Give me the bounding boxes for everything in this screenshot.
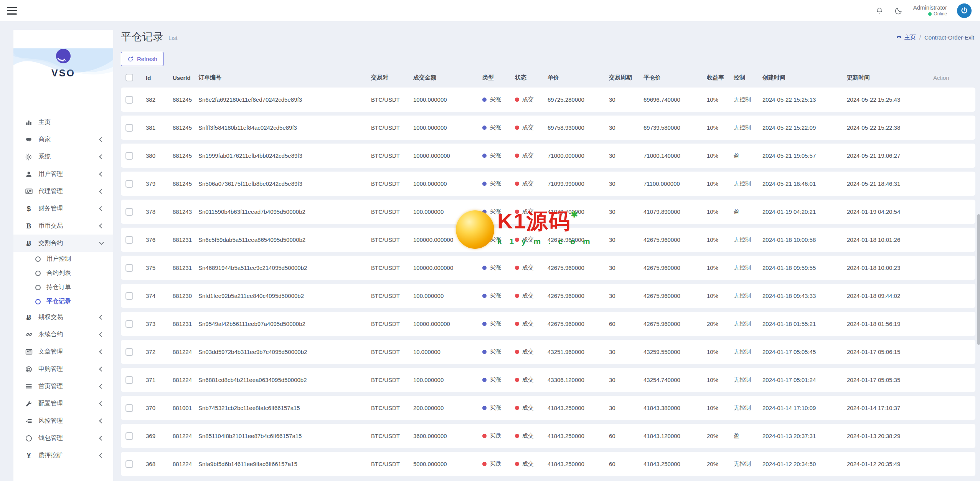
cell-period: 30 — [605, 88, 640, 112]
sidebar-item-配置管理[interactable]: 配置管理 — [13, 395, 113, 412]
cell-amount: 200.000000 — [409, 396, 478, 420]
sidebar-item-代理管理[interactable]: 代理管理 — [13, 183, 113, 200]
sidebar-item-文章管理[interactable]: 文章管理 — [13, 343, 113, 360]
page-title: 平仓记录 — [121, 30, 164, 44]
cell-order-no: Snb745321cb2bc11ee8fafc6ff66157a15 — [195, 396, 367, 420]
cell-price: 42675.960000 — [544, 256, 605, 280]
sidebar-item-系统[interactable]: 系统 — [13, 148, 113, 165]
cell-id: 382 — [142, 88, 169, 112]
watermark-url: k 1 y m . c o m — [497, 237, 593, 245]
circle-bullet-icon — [35, 271, 41, 276]
table-row: 372881224Sn03dd5972b4b311ee9b7c4095d5000… — [121, 340, 975, 364]
sidebar-item-期权交易[interactable]: Ƀ期权交易 — [13, 309, 113, 326]
cell-type: 买涨 — [478, 144, 511, 168]
row-checkbox[interactable] — [125, 124, 133, 132]
cell-control: 盈 — [730, 144, 759, 168]
type-dot-icon — [482, 378, 487, 382]
cell-updated: 2024-05-22 15:22:38 — [843, 116, 929, 140]
cell-rate: 10% — [703, 172, 730, 196]
cell-period: 30 — [605, 396, 640, 420]
sidebar-item-用户管理[interactable]: 用户管理 — [13, 165, 113, 183]
avatar[interactable] — [957, 3, 972, 18]
table-row: 368881224Snfa9bf5d6b14611ee9ffac6ff66157… — [121, 452, 975, 476]
cell-rate: 20% — [703, 424, 730, 448]
cell-updated: 2024-01-14 17:10:37 — [843, 396, 929, 420]
breadcrumb-home-link[interactable]: 主页 — [896, 34, 916, 41]
cell-price: 42675.960000 — [544, 312, 605, 336]
sidebar-subitem-平仓记录[interactable]: 平仓记录 — [13, 294, 113, 309]
cell-price: 41843.250000 — [544, 396, 605, 420]
cell-control: 无控制 — [730, 172, 759, 196]
cell-action — [929, 452, 975, 476]
sidebar-item-商家[interactable]: 商家 — [13, 131, 113, 148]
row-checkbox[interactable] — [125, 292, 133, 300]
sidebar-item-申购管理[interactable]: 申购管理 — [13, 360, 113, 378]
type-dot-icon — [482, 350, 487, 354]
row-checkbox[interactable] — [125, 208, 133, 216]
cell-rate: 10% — [703, 116, 730, 140]
sidebar-item-首页管理[interactable]: 首页管理 — [13, 378, 113, 395]
dark-mode-moon-icon[interactable] — [894, 6, 903, 15]
row-checkbox[interactable] — [125, 460, 133, 468]
sidebar-subitem-label: 平仓记录 — [46, 298, 71, 306]
row-checkbox[interactable] — [125, 432, 133, 440]
cell-control: 无控制 — [730, 116, 759, 140]
column-header: 类型 — [478, 71, 511, 84]
table-row: 379881245Sn506a0736175f11efb8be0242cd5e8… — [121, 172, 975, 196]
type-dot-icon — [482, 126, 487, 130]
cell-type: 买涨 — [478, 368, 511, 392]
cell-rate: 10% — [703, 228, 730, 252]
bell-icon[interactable] — [875, 6, 884, 15]
cell-type: 买涨 — [478, 172, 511, 196]
sidebar-item-财务管理[interactable]: $财务管理 — [13, 200, 113, 217]
vertical-scrollbar-thumb[interactable] — [977, 214, 980, 345]
cell-close-price: 42675.960000 — [640, 256, 703, 280]
sidebar-subitem-合约列表[interactable]: 合约列表 — [13, 266, 113, 280]
sidebar-item-永续合约[interactable]: 永续合约 — [13, 326, 113, 343]
sidebar-logo-block: VSO — [13, 48, 113, 114]
row-checkbox[interactable] — [125, 348, 133, 356]
cell-status: 成交 — [511, 144, 544, 168]
select-all-checkbox[interactable] — [125, 74, 133, 81]
sidebar-item-风控管理[interactable]: 风控管理 — [13, 412, 113, 430]
row-checkbox[interactable] — [125, 236, 133, 244]
row-checkbox[interactable] — [125, 180, 133, 188]
sidebar-item-币币交易[interactable]: B币币交易 — [13, 217, 113, 235]
user-menu[interactable]: Administrator Online — [913, 4, 947, 17]
sidebar-item-主页[interactable]: 主页 — [13, 114, 113, 131]
sidebar-item-质押挖矿[interactable]: ¥质押挖矿 — [13, 447, 113, 464]
user-status-label: Online — [934, 11, 947, 17]
cell-action — [929, 144, 975, 168]
row-checkbox[interactable] — [125, 404, 133, 412]
cell-control: 无控制 — [730, 340, 759, 364]
type-dot-icon — [482, 154, 487, 158]
column-header: 控制 — [730, 71, 759, 84]
row-checkbox[interactable] — [125, 376, 133, 384]
hamburger-menu-icon[interactable] — [7, 7, 17, 15]
sidebar-item-钱包管理[interactable]: 钱包管理 — [13, 430, 113, 447]
sidebar-subitem-用户控制[interactable]: 用户控制 — [13, 252, 113, 266]
type-dot-icon — [482, 322, 487, 326]
type-dot-icon — [482, 462, 487, 466]
user-name: Administrator — [913, 4, 947, 12]
sidebar-subitem-持仓订单[interactable]: 持仓订单 — [13, 280, 113, 294]
refresh-label: Refresh — [137, 56, 157, 62]
life-ring-icon — [24, 365, 33, 373]
row-checkbox[interactable] — [125, 320, 133, 328]
chevron-left-icon — [99, 418, 104, 423]
status-dot-icon — [515, 350, 519, 354]
cell-period: 60 — [605, 452, 640, 476]
cell-close-price: 42675.960000 — [640, 312, 703, 336]
row-checkbox[interactable] — [125, 96, 133, 104]
sidebar-item-label: 系统 — [38, 153, 51, 161]
circle-icon — [24, 435, 33, 442]
row-checkbox[interactable] — [125, 264, 133, 272]
sidebar-item-label: 商家 — [38, 136, 51, 144]
row-checkbox[interactable] — [125, 152, 133, 160]
cell-control: 无控制 — [730, 452, 759, 476]
cell-status: 成交 — [511, 452, 544, 476]
chevron-left-icon — [99, 384, 104, 389]
cell-userid: 881245 — [169, 88, 195, 112]
sidebar-item-交割合约[interactable]: Ƀ交割合约 — [13, 235, 113, 252]
refresh-button[interactable]: Refresh — [121, 52, 164, 66]
